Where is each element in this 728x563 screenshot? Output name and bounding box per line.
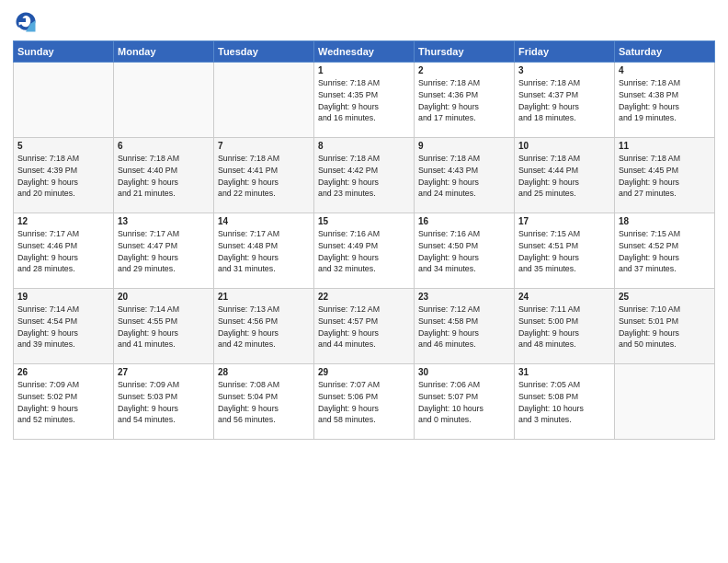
- calendar-cell: 24Sunrise: 7:11 AM Sunset: 5:00 PM Dayli…: [515, 289, 615, 364]
- weekday-header-row: SundayMondayTuesdayWednesdayThursdayFrid…: [14, 41, 715, 63]
- day-number: 27: [118, 367, 210, 377]
- day-number: 25: [619, 292, 711, 302]
- day-info: Sunrise: 7:16 AM Sunset: 4:50 PM Dayligh…: [418, 228, 510, 275]
- day-number: 13: [118, 216, 210, 226]
- day-number: 18: [619, 216, 711, 226]
- calendar-cell: 17Sunrise: 7:15 AM Sunset: 4:51 PM Dayli…: [515, 213, 615, 289]
- calendar-cell: 11Sunrise: 7:18 AM Sunset: 4:45 PM Dayli…: [615, 138, 715, 213]
- calendar-cell: [615, 364, 715, 440]
- calendar-table: SundayMondayTuesdayWednesdayThursdayFrid…: [13, 40, 715, 440]
- day-number: 14: [218, 216, 310, 226]
- day-number: 3: [518, 65, 610, 75]
- day-info: Sunrise: 7:14 AM Sunset: 4:54 PM Dayligh…: [17, 304, 109, 350]
- calendar-cell: 6Sunrise: 7:18 AM Sunset: 4:40 PM Daylig…: [114, 138, 214, 213]
- calendar-cell: 18Sunrise: 7:15 AM Sunset: 4:52 PM Dayli…: [615, 213, 715, 289]
- day-info: Sunrise: 7:14 AM Sunset: 4:55 PM Dayligh…: [118, 304, 210, 350]
- calendar-cell: 4Sunrise: 7:18 AM Sunset: 4:38 PM Daylig…: [615, 63, 715, 138]
- day-info: Sunrise: 7:13 AM Sunset: 4:56 PM Dayligh…: [218, 304, 310, 350]
- day-info: Sunrise: 7:18 AM Sunset: 4:42 PM Dayligh…: [318, 153, 410, 200]
- day-number: 10: [518, 141, 610, 151]
- weekday-header-friday: Friday: [515, 41, 615, 63]
- day-number: 17: [518, 216, 610, 226]
- calendar-cell: 27Sunrise: 7:09 AM Sunset: 5:03 PM Dayli…: [114, 364, 214, 440]
- day-info: Sunrise: 7:18 AM Sunset: 4:41 PM Dayligh…: [218, 153, 310, 200]
- day-info: Sunrise: 7:08 AM Sunset: 5:04 PM Dayligh…: [218, 379, 310, 426]
- day-number: 6: [118, 141, 210, 151]
- calendar-cell: 19Sunrise: 7:14 AM Sunset: 4:54 PM Dayli…: [14, 289, 114, 364]
- day-info: Sunrise: 7:18 AM Sunset: 4:38 PM Dayligh…: [619, 77, 711, 124]
- calendar-week-row: 26Sunrise: 7:09 AM Sunset: 5:02 PM Dayli…: [14, 364, 715, 440]
- logo-icon: [13, 9, 39, 35]
- calendar-cell: 1Sunrise: 7:18 AM Sunset: 4:35 PM Daylig…: [314, 63, 415, 138]
- day-number: 12: [17, 216, 109, 226]
- calendar-cell: 23Sunrise: 7:12 AM Sunset: 4:58 PM Dayli…: [415, 289, 515, 364]
- calendar-cell: 31Sunrise: 7:05 AM Sunset: 5:08 PM Dayli…: [515, 364, 615, 440]
- calendar-cell: 2Sunrise: 7:18 AM Sunset: 4:36 PM Daylig…: [415, 63, 515, 138]
- calendar-cell: 16Sunrise: 7:16 AM Sunset: 4:50 PM Dayli…: [415, 213, 515, 289]
- calendar-cell: 5Sunrise: 7:18 AM Sunset: 4:39 PM Daylig…: [14, 138, 114, 213]
- calendar-cell: 3Sunrise: 7:18 AM Sunset: 4:37 PM Daylig…: [515, 63, 615, 138]
- calendar-cell: [114, 63, 214, 138]
- day-number: 15: [318, 216, 410, 226]
- calendar-cell: 22Sunrise: 7:12 AM Sunset: 4:57 PM Dayli…: [314, 289, 415, 364]
- day-info: Sunrise: 7:15 AM Sunset: 4:52 PM Dayligh…: [619, 228, 711, 275]
- day-info: Sunrise: 7:18 AM Sunset: 4:40 PM Dayligh…: [118, 153, 210, 200]
- calendar-week-row: 12Sunrise: 7:17 AM Sunset: 4:46 PM Dayli…: [14, 213, 715, 289]
- calendar-week-row: 1Sunrise: 7:18 AM Sunset: 4:35 PM Daylig…: [14, 63, 715, 138]
- calendar-week-row: 19Sunrise: 7:14 AM Sunset: 4:54 PM Dayli…: [14, 289, 715, 364]
- day-number: 7: [218, 141, 310, 151]
- header: [13, 9, 715, 35]
- logo: [13, 9, 42, 35]
- day-info: Sunrise: 7:18 AM Sunset: 4:43 PM Dayligh…: [418, 153, 510, 200]
- calendar-cell: 14Sunrise: 7:17 AM Sunset: 4:48 PM Dayli…: [214, 213, 314, 289]
- day-number: 30: [418, 367, 510, 377]
- day-number: 16: [418, 216, 510, 226]
- day-number: 23: [418, 292, 510, 302]
- calendar-cell: 30Sunrise: 7:06 AM Sunset: 5:07 PM Dayli…: [415, 364, 515, 440]
- day-number: 24: [518, 292, 610, 302]
- day-info: Sunrise: 7:18 AM Sunset: 4:44 PM Dayligh…: [518, 153, 610, 200]
- weekday-header-tuesday: Tuesday: [214, 41, 314, 63]
- day-number: 29: [318, 367, 410, 377]
- day-number: 11: [619, 141, 711, 151]
- day-info: Sunrise: 7:18 AM Sunset: 4:36 PM Dayligh…: [418, 77, 510, 124]
- day-info: Sunrise: 7:18 AM Sunset: 4:37 PM Dayligh…: [518, 77, 610, 124]
- calendar-cell: 9Sunrise: 7:18 AM Sunset: 4:43 PM Daylig…: [415, 138, 515, 213]
- day-number: 21: [218, 292, 310, 302]
- day-number: 28: [218, 367, 310, 377]
- day-info: Sunrise: 7:18 AM Sunset: 4:39 PM Dayligh…: [17, 153, 109, 200]
- day-info: Sunrise: 7:17 AM Sunset: 4:47 PM Dayligh…: [118, 228, 210, 275]
- calendar-cell: 29Sunrise: 7:07 AM Sunset: 5:06 PM Dayli…: [314, 364, 415, 440]
- calendar-cell: 8Sunrise: 7:18 AM Sunset: 4:42 PM Daylig…: [314, 138, 415, 213]
- day-info: Sunrise: 7:06 AM Sunset: 5:07 PM Dayligh…: [418, 379, 510, 426]
- day-info: Sunrise: 7:09 AM Sunset: 5:02 PM Dayligh…: [17, 379, 109, 426]
- day-number: 1: [318, 65, 410, 75]
- day-info: Sunrise: 7:17 AM Sunset: 4:46 PM Dayligh…: [17, 228, 109, 275]
- calendar-cell: [214, 63, 314, 138]
- calendar-cell: 10Sunrise: 7:18 AM Sunset: 4:44 PM Dayli…: [515, 138, 615, 213]
- calendar-cell: 26Sunrise: 7:09 AM Sunset: 5:02 PM Dayli…: [14, 364, 114, 440]
- calendar-cell: 7Sunrise: 7:18 AM Sunset: 4:41 PM Daylig…: [214, 138, 314, 213]
- day-info: Sunrise: 7:17 AM Sunset: 4:48 PM Dayligh…: [218, 228, 310, 275]
- day-info: Sunrise: 7:16 AM Sunset: 4:49 PM Dayligh…: [318, 228, 410, 275]
- calendar-cell: [14, 63, 114, 138]
- weekday-header-thursday: Thursday: [415, 41, 515, 63]
- day-number: 26: [17, 367, 109, 377]
- day-info: Sunrise: 7:05 AM Sunset: 5:08 PM Dayligh…: [518, 379, 610, 426]
- weekday-header-wednesday: Wednesday: [314, 41, 415, 63]
- calendar-cell: 28Sunrise: 7:08 AM Sunset: 5:04 PM Dayli…: [214, 364, 314, 440]
- calendar-cell: 15Sunrise: 7:16 AM Sunset: 4:49 PM Dayli…: [314, 213, 415, 289]
- day-info: Sunrise: 7:12 AM Sunset: 4:58 PM Dayligh…: [418, 304, 510, 350]
- day-info: Sunrise: 7:18 AM Sunset: 4:35 PM Dayligh…: [318, 77, 410, 124]
- weekday-header-saturday: Saturday: [615, 41, 715, 63]
- day-number: 2: [418, 65, 510, 75]
- day-info: Sunrise: 7:09 AM Sunset: 5:03 PM Dayligh…: [118, 379, 210, 426]
- day-number: 5: [17, 141, 109, 151]
- weekday-header-monday: Monday: [114, 41, 214, 63]
- calendar-week-row: 5Sunrise: 7:18 AM Sunset: 4:39 PM Daylig…: [14, 138, 715, 213]
- day-info: Sunrise: 7:07 AM Sunset: 5:06 PM Dayligh…: [318, 379, 410, 426]
- calendar-cell: 25Sunrise: 7:10 AM Sunset: 5:01 PM Dayli…: [615, 289, 715, 364]
- calendar-cell: 12Sunrise: 7:17 AM Sunset: 4:46 PM Dayli…: [14, 213, 114, 289]
- page-container: SundayMondayTuesdayWednesdayThursdayFrid…: [0, 0, 728, 445]
- calendar-cell: 13Sunrise: 7:17 AM Sunset: 4:47 PM Dayli…: [114, 213, 214, 289]
